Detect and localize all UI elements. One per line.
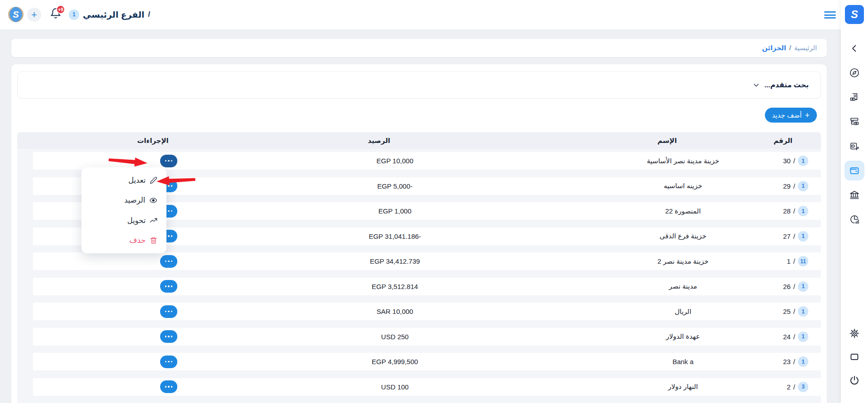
sidebar-item-reports[interactable] xyxy=(841,207,868,232)
cell-name: المنصورة 22 xyxy=(645,207,721,215)
cell-balance: EGP 31,041.186- xyxy=(304,232,485,240)
gear-icon xyxy=(849,328,860,339)
number-separator: / xyxy=(793,308,795,315)
row-actions-button[interactable] xyxy=(160,380,177,393)
menu-edit-label: تعديل xyxy=(128,176,146,185)
sidebar-item-dashboard[interactable] xyxy=(841,61,868,85)
cell-name: مدينة نصر xyxy=(645,282,721,290)
plus-icon: + xyxy=(805,111,810,119)
cell-balance: EGP 10,000 xyxy=(304,157,485,165)
breadcrumb: الرئيسية / الخزائن xyxy=(11,39,827,57)
menu-item-transfer[interactable]: تحويل xyxy=(81,211,166,230)
sidebar-item-pos[interactable] xyxy=(841,109,868,134)
row-number: 24 xyxy=(783,333,791,341)
count-badge: 11 xyxy=(798,256,808,266)
row-actions-button[interactable] xyxy=(160,155,177,167)
sidebar-item-banks[interactable] xyxy=(841,183,868,207)
wallet-icon xyxy=(849,165,860,176)
header-name: الإسم xyxy=(629,137,706,145)
header-number: الرقم xyxy=(706,137,805,145)
number-separator: / xyxy=(793,232,795,240)
row-actions-button[interactable] xyxy=(160,280,177,293)
current-branch[interactable]: 1 الفرع الرئيسي / xyxy=(69,6,150,23)
chevron-down-icon xyxy=(753,81,760,89)
table-header: الإجراءات الرصيد الإسم الرقم xyxy=(17,132,821,149)
sidebar-item-treasuries[interactable] xyxy=(841,158,868,183)
number-separator: / xyxy=(793,157,795,165)
compass-icon xyxy=(849,67,860,78)
branch-name: الفرع الرئيسي xyxy=(83,9,144,20)
cell-name: عهدة الدولار xyxy=(645,332,721,341)
row-actions-button[interactable] xyxy=(160,305,177,318)
number-separator: / xyxy=(793,383,795,391)
table-row[interactable]: EGP 3,512.814 مدينة نصر 1/26 xyxy=(33,278,821,295)
breadcrumb-current: الخزائن xyxy=(762,44,786,52)
pie-chart-icon xyxy=(849,214,860,225)
trash-icon xyxy=(150,237,157,244)
sidebar-item-payments[interactable] xyxy=(841,134,868,158)
row-actions-button[interactable] xyxy=(160,330,177,343)
power-icon xyxy=(849,375,860,386)
brand-logo-circle[interactable]: S xyxy=(8,7,24,22)
row-number: 30 xyxy=(783,157,791,165)
header-actions: الإجراءات xyxy=(17,137,289,145)
window-icon xyxy=(849,351,860,362)
cell-balance: USD 250 xyxy=(304,333,485,341)
cell-name: خزينة مدينة نصر 2 xyxy=(645,257,721,266)
table-row[interactable]: EGP 4,999,500 Bank a 1/23 xyxy=(33,353,821,370)
count-badge: 1 xyxy=(798,356,808,367)
menu-item-balance[interactable]: الرصيد xyxy=(81,191,166,210)
menu-item-edit[interactable]: تعديل xyxy=(81,171,166,190)
breadcrumb-separator: / xyxy=(789,44,791,52)
quick-add-button[interactable]: + xyxy=(27,8,41,22)
header-balance: الرصيد xyxy=(289,137,470,145)
count-badge: 1 xyxy=(798,281,808,292)
cell-balance: EGP 5,000- xyxy=(304,182,485,190)
table-row[interactable]: USD 250 عهدة الدولار 1/24 xyxy=(33,328,821,346)
breadcrumb-home[interactable]: الرئيسية xyxy=(794,44,817,52)
sidebar-item-screen[interactable] xyxy=(841,345,868,369)
count-badge: 1 xyxy=(798,332,808,342)
treasuries-page: S + +9 1 الفرع الرئيسي / S xyxy=(0,0,868,403)
cell-name: Bank a xyxy=(645,358,721,365)
cell-name: النهار دولار xyxy=(645,383,721,391)
add-new-label: أضف جديد xyxy=(772,111,802,119)
row-number: 28 xyxy=(783,207,791,215)
row-number: 1 xyxy=(787,257,790,265)
app-logo-letter: S xyxy=(851,8,858,21)
cell-number: 1/28 xyxy=(721,206,821,216)
advanced-search-toggle[interactable]: بحث متقدم... xyxy=(17,71,821,99)
row-actions-button[interactable] xyxy=(160,356,177,368)
count-badge: 1 xyxy=(798,156,808,166)
sidebar-item-settings[interactable] xyxy=(841,322,868,345)
side-nav: S xyxy=(841,0,868,403)
row-number: 27 xyxy=(783,232,791,240)
notifications-button[interactable]: +9 xyxy=(50,8,64,22)
advanced-search-label: بحث متقدم... xyxy=(764,81,809,89)
top-bar: S + +9 1 الفرع الرئيسي / xyxy=(0,0,841,29)
sidebar-item-logout[interactable] xyxy=(841,369,868,392)
table-row[interactable]: EGP 34,412.739 خزينة مدينة نصر 2 11/1 xyxy=(33,252,821,270)
count-badge: 1 xyxy=(798,206,808,216)
menu-item-delete[interactable]: حذف xyxy=(81,231,166,250)
table-row[interactable]: USD 100 النهار دولار 3/2 xyxy=(33,378,821,396)
count-badge: 1 xyxy=(798,231,808,242)
number-separator: / xyxy=(793,333,795,341)
number-separator: / xyxy=(793,283,795,290)
cell-number: 1/26 xyxy=(721,281,821,292)
app-logo-square[interactable]: S xyxy=(845,5,864,24)
store-money-icon xyxy=(849,116,860,127)
add-new-button[interactable]: + أضف جديد xyxy=(765,108,817,123)
cell-name: خزينة مدينة نصر الأساسية xyxy=(645,157,721,165)
count-badge: 1 xyxy=(798,181,808,191)
menu-toggle-button[interactable] xyxy=(824,11,836,19)
sidebar-collapse[interactable] xyxy=(841,36,868,61)
row-actions-menu: تعديل الرصيد تحويل حذف xyxy=(81,167,166,253)
table-row[interactable]: SAR 10,000 الريال 1/25 xyxy=(33,303,821,320)
row-actions-button[interactable] xyxy=(160,255,177,268)
cell-number: 1/24 xyxy=(721,332,821,342)
sidebar-item-invoices[interactable] xyxy=(841,85,868,109)
cell-number: 11/1 xyxy=(721,256,821,266)
cell-balance: EGP 1,000 xyxy=(304,207,485,215)
transfer-arrow-icon xyxy=(150,217,157,224)
